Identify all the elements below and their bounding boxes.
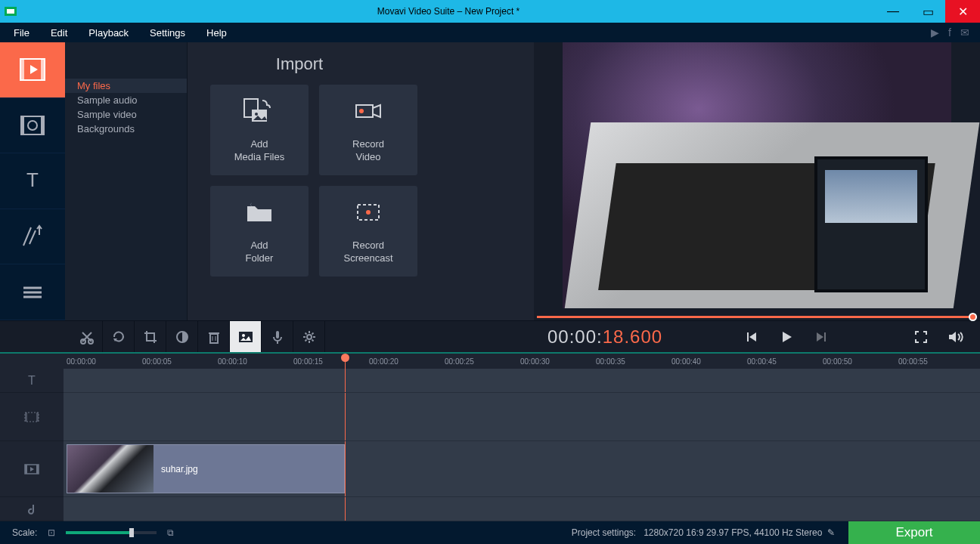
status-bar: Scale: ⊡ ⧉ Project settings: 1280x720 16… [0,521,980,544]
svg-rect-37 [824,332,826,342]
import-title: Import [276,54,323,74]
audio-lane[interactable] [64,497,980,521]
menu-edit[interactable]: Edit [40,25,78,41]
rotate-button[interactable] [103,321,135,353]
time-ruler[interactable]: 00:00:00 00:00:05 00:00:10 00:00:15 00:0… [0,352,980,369]
settings-button[interactable] [293,321,325,353]
feedback-icon[interactable]: ✉ [960,26,969,39]
tab-filters[interactable] [0,98,65,154]
titles-lane[interactable] [64,369,980,393]
svg-rect-17 [356,105,373,117]
menu-settings[interactable]: Settings [139,25,196,41]
ruler-tick: 00:00:40 [671,357,747,366]
color-button[interactable] [166,321,198,353]
ruler-tick: 00:00:50 [823,357,898,366]
cat-sample-video[interactable]: Sample video [65,107,187,122]
tile-record-video[interactable]: Record Video [319,85,417,175]
svg-marker-35 [749,332,756,342]
track-video-icon[interactable] [0,441,64,497]
menu-playback[interactable]: Playback [78,25,139,41]
svg-point-33 [307,335,312,339]
ruler-tick: 00:00:25 [445,357,520,366]
preview-progress[interactable] [537,314,977,320]
project-settings-value: 1280x720 16:9 29.97 FPS, 44100 Hz Stereo [644,527,822,538]
edit-toolbar [65,321,534,352]
tile-record-screencast[interactable]: Record Screencast [319,186,417,277]
media-files-icon [243,96,276,126]
track-overlay-icon[interactable] [0,393,64,441]
play-button[interactable] [776,326,797,348]
svg-rect-43 [36,413,39,422]
svg-marker-47 [30,467,34,471]
tile-add-folder[interactable]: Add Folder [210,186,309,277]
zoom-icon[interactable]: ⧉ [167,527,174,538]
svg-marker-39 [949,332,956,342]
close-button[interactable]: ✕ [945,0,980,23]
preview-viewport[interactable] [534,42,980,314]
cut-button[interactable] [71,321,103,353]
menu-file[interactable]: File [3,25,40,41]
clip-filename: suhar.jpg [161,464,198,474]
ruler-tick: 00:00:35 [596,357,671,366]
tile-label: Add Folder [246,240,274,265]
svg-point-19 [359,109,364,113]
tile-label: Record Video [352,138,384,164]
delete-button[interactable] [198,321,230,353]
tab-titles[interactable]: T [0,153,65,209]
cat-my-files[interactable]: My files [65,79,187,93]
tile-add-media[interactable]: Add Media Files [210,85,309,175]
track-titles-icon[interactable]: T [0,369,64,393]
svg-marker-36 [783,332,792,342]
volume-button[interactable] [945,326,966,348]
minimize-button[interactable]: — [876,0,910,23]
tab-more[interactable] [0,264,65,320]
screencast-icon [352,197,385,227]
svg-marker-18 [373,105,380,117]
export-button[interactable]: Export [848,521,980,544]
svg-point-16 [255,113,258,116]
menu-bar: File Edit Playback Settings Help ▶ f ✉ [0,23,980,42]
scale-label: Scale: [12,527,37,538]
ruler-tick: 00:00:00 [67,357,142,366]
maximize-button[interactable]: ▭ [910,0,945,23]
svg-rect-3 [20,59,24,80]
ruler-tick: 00:00:30 [520,357,596,366]
side-toolbar: T [0,42,65,320]
svg-text:T: T [26,168,39,191]
tab-import[interactable] [0,42,65,98]
menu-help[interactable]: Help [196,25,237,41]
video-lane[interactable]: suhar.jpg [64,441,980,497]
timeline-clip[interactable]: suhar.jpg [67,444,345,493]
project-settings-label: Project settings: [572,527,636,538]
timecode-display: 00:00: 18.600 [547,326,662,348]
record-audio-button[interactable] [262,321,293,353]
window-title: Movavi Video Suite – New Project * [21,6,876,17]
prev-frame-button[interactable] [741,326,762,348]
edit-settings-icon[interactable]: ✎ [827,527,835,538]
cat-backgrounds[interactable]: Backgrounds [65,122,187,136]
clip-properties-button[interactable] [230,321,262,353]
svg-rect-32 [276,331,279,338]
svg-rect-1 [7,9,14,14]
zoom-slider[interactable] [66,531,157,534]
svg-rect-46 [36,465,39,474]
svg-rect-34 [747,332,749,342]
next-frame-button[interactable] [811,326,832,348]
tab-transitions[interactable] [0,209,65,265]
overlay-lane[interactable] [64,393,980,441]
fullscreen-button[interactable] [910,326,932,348]
youtube-icon[interactable]: ▶ [931,26,939,39]
track-audio-icon[interactable] [0,497,64,521]
fit-icon[interactable]: ⊡ [48,527,55,538]
crop-button[interactable] [135,321,166,353]
facebook-icon[interactable]: f [948,26,951,39]
svg-rect-8 [41,116,44,134]
svg-text:T: T [28,374,36,387]
ruler-tick: 00:00:15 [293,357,369,366]
ruler-tick: 00:00:05 [142,357,218,366]
svg-point-9 [28,121,37,130]
collapse-handle[interactable]: ‹ [247,181,256,227]
import-categories: My files Sample audio Sample video Backg… [65,42,188,320]
progress-knob-icon[interactable] [969,313,977,321]
cat-sample-audio[interactable]: Sample audio [65,93,187,107]
